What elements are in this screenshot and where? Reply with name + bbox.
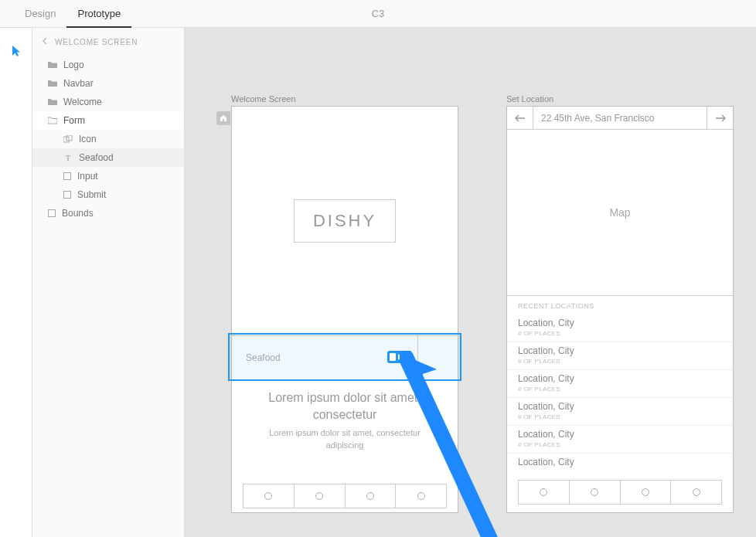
artboard-welcome[interactable]: DISHY Seafood Lorem ipsum dolor sit amet… [231, 106, 458, 513]
artboard-location[interactable]: 22 45th Ave, San Francisco Map RECENT LO… [506, 106, 734, 513]
location-name: Location, City [518, 429, 722, 440]
location-name: Location, City [518, 318, 722, 328]
location-item[interactable]: Location, City# OF PLACES [507, 425, 733, 453]
circle-icon [591, 488, 598, 496]
circle-icon [366, 492, 374, 500]
layer-label: Icon [79, 134, 97, 144]
mode-tabs: Design Prototype [0, 0, 131, 28]
artboard-label-welcome[interactable]: Welcome Screen [231, 94, 296, 104]
tab-bar-item[interactable] [346, 484, 397, 508]
map-placeholder: Map [507, 130, 733, 296]
circle-icon [642, 488, 649, 496]
layer-row[interactable]: Navbar [32, 74, 184, 93]
layers-header-label: WELCOME SCREEN [55, 38, 138, 46]
layer-label: Seafood [79, 152, 114, 163]
tab-bar-item[interactable] [519, 481, 570, 504]
layers-panel: WELCOME SCREEN LogoNavbarWelcomeFormIcon… [32, 28, 185, 537]
location-name: Location, City [518, 373, 722, 384]
tab-bar-item[interactable] [295, 484, 346, 508]
welcome-heading: Lorem ipsum dolor sit amet, consectetur [255, 389, 434, 423]
artboard-label-location[interactable]: Set Location [506, 94, 553, 104]
location-name: Location, City [518, 457, 722, 467]
layer-label: Navbar [63, 78, 94, 89]
layer-label: Welcome [63, 97, 102, 107]
location-item[interactable]: Location, City# OF PLACES [507, 369, 733, 397]
circle-icon [693, 488, 700, 496]
main-area: WELCOME SCREEN LogoNavbarWelcomeFormIcon… [0, 28, 756, 537]
submit-button[interactable] [417, 336, 458, 379]
layer-row[interactable]: TSeafood [32, 148, 184, 167]
tool-strip [0, 28, 32, 537]
tab-bar-item[interactable] [621, 481, 672, 504]
layer-label: Logo [63, 59, 84, 70]
layer-row[interactable]: Icon [32, 130, 184, 148]
layer-row[interactable]: Logo [32, 56, 184, 74]
tab-bar-item[interactable] [570, 481, 621, 504]
tab-bar-item[interactable] [243, 484, 295, 508]
canvas[interactable]: Welcome Screen DISHY Seafood Lorem ipsum… [185, 28, 756, 537]
layer-label: Input [77, 171, 98, 182]
location-sub: # OF PLACES [518, 386, 722, 393]
layer-row[interactable]: Submit [32, 185, 184, 204]
forward-button[interactable] [707, 107, 733, 129]
location-sub: # OF PLACES [518, 330, 722, 337]
layer-row[interactable]: Welcome [32, 93, 184, 111]
home-artboard-badge[interactable] [216, 111, 230, 125]
tab-prototype[interactable]: Prototype [66, 0, 131, 28]
logo-box: DISHY [294, 199, 396, 243]
tab-bar [518, 480, 722, 505]
location-sub: # OF PLACES [518, 413, 722, 420]
location-item[interactable]: Location, City# OF PLACES [507, 314, 733, 342]
top-bar: Design Prototype C3 [0, 0, 756, 28]
back-button[interactable] [507, 107, 533, 129]
prototype-link-handle[interactable] [387, 351, 406, 363]
form-row: Seafood [232, 335, 458, 380]
tab-bar-item[interactable] [396, 484, 446, 508]
circle-icon [540, 488, 547, 496]
layers-header[interactable]: WELCOME SCREEN [32, 28, 184, 56]
circle-icon [315, 492, 323, 500]
location-bar: 22 45th Ave, San Francisco [507, 107, 733, 130]
circle-icon [417, 492, 425, 500]
tab-bar [243, 484, 447, 508]
address-input[interactable]: 22 45th Ave, San Francisco [533, 107, 707, 129]
layer-label: Bounds [62, 208, 94, 219]
welcome-body: Lorem ipsum dolor sit amet, consectetur … [255, 427, 434, 451]
back-chevron-icon[interactable] [42, 37, 47, 46]
welcome-text: Lorem ipsum dolor sit amet, consectetur … [232, 389, 458, 451]
location-sub: # OF PLACES [518, 358, 722, 365]
recent-locations-header: RECENT LOCATIONS [507, 296, 733, 314]
location-sub: # OF PLACES [518, 441, 722, 448]
location-item[interactable]: Location, City [507, 453, 733, 474]
document-title: C3 [372, 8, 385, 19]
layer-row[interactable]: Input [32, 167, 184, 185]
tab-bar-item[interactable] [671, 481, 721, 504]
layer-row[interactable]: Form [32, 111, 184, 130]
layer-label: Submit [77, 189, 106, 200]
location-name: Location, City [518, 345, 722, 356]
layer-label: Form [63, 115, 85, 126]
tab-design[interactable]: Design [14, 0, 66, 28]
location-item[interactable]: Location, City# OF PLACES [507, 397, 733, 425]
location-name: Location, City [518, 401, 722, 412]
layer-row[interactable]: Bounds [32, 204, 184, 223]
circle-icon [264, 492, 272, 500]
location-item[interactable]: Location, City# OF PLACES [507, 342, 733, 369]
select-tool-icon[interactable] [11, 45, 22, 57]
